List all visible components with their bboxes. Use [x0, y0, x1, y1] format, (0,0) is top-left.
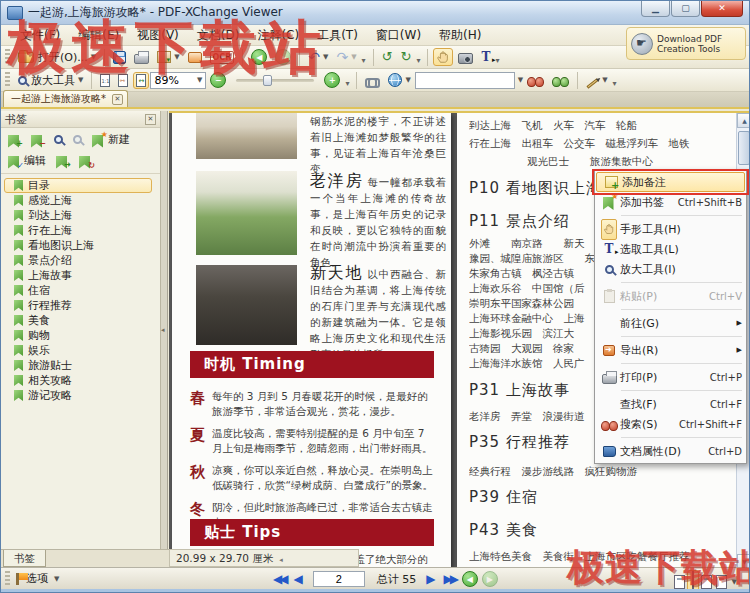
new-bookmark-button[interactable]: ★ 新建 — [89, 131, 133, 148]
bookmark-item[interactable]: 目录 — [4, 178, 152, 193]
maximize-button[interactable]: ▢ — [671, 1, 700, 17]
fit-width-button[interactable] — [133, 72, 149, 89]
link-tool-button[interactable] — [362, 73, 383, 88]
first-page-button[interactable]: ◀◀ — [273, 572, 285, 586]
menu-item-print[interactable]: 打印(P) Ctrl+P — [595, 367, 746, 387]
bookmark-item[interactable]: 景点介绍 — [4, 253, 157, 268]
fit-page-button[interactable] — [115, 72, 131, 89]
export-button[interactable]: ▼ — [154, 49, 182, 65]
delete-bookmark-button[interactable]: − — [28, 132, 47, 148]
toolbar-grip[interactable] — [5, 571, 10, 587]
bookmark-item[interactable]: 上海故事 — [4, 268, 157, 283]
menu-item-goto[interactable]: 前往(G) ▶ — [595, 313, 746, 333]
options-button[interactable]: 选项 — [26, 571, 48, 586]
zoom-slider[interactable] — [236, 79, 314, 82]
bookmark-item[interactable]: 到达上海 — [4, 208, 157, 223]
continuous-facing-icon[interactable] — [716, 575, 727, 589]
print-button[interactable] — [131, 49, 152, 66]
menu-item-document-properties[interactable]: 文档属性(D) Ctrl+D — [595, 441, 746, 461]
search-button[interactable] — [549, 72, 572, 88]
previous-page-button[interactable]: ◀ — [293, 572, 302, 586]
select-text-button[interactable]: T — [478, 48, 493, 66]
chevron-down-icon[interactable]: ▼ — [732, 578, 737, 586]
zoom-out-button[interactable]: − — [207, 70, 229, 90]
web-button[interactable]: ▼ — [385, 71, 413, 89]
actual-size-button[interactable] — [97, 72, 113, 89]
next-view-button[interactable]: ▶ — [482, 571, 498, 587]
menu-file[interactable]: 文件(F) — [11, 25, 69, 46]
bookmark-item[interactable]: 美食 — [4, 313, 157, 328]
menu-view[interactable]: 视图(V) — [128, 25, 188, 46]
current-page-input[interactable] — [313, 571, 365, 587]
single-page-icon[interactable] — [674, 575, 685, 589]
download-pdf-tools-button[interactable]: Download PDF Creation Tools — [626, 27, 746, 60]
find-button[interactable] — [524, 72, 547, 88]
zoom-level-combobox[interactable]: 89%▼ — [150, 72, 206, 89]
next-page-button[interactable]: ▶ — [426, 572, 435, 586]
bookmark-item[interactable]: 购物 — [4, 328, 157, 343]
open-button[interactable]: 打开(O)...▼ — [15, 48, 99, 67]
bookmark-zoom-out-button[interactable] — [70, 134, 85, 145]
menu-item-export[interactable]: 导出(R) ▶ — [595, 340, 746, 360]
bookmark-zoom-in-button[interactable] — [51, 134, 66, 145]
bookmark-item[interactable]: 相关攻略 — [4, 373, 157, 388]
collapse-arrow-icon[interactable]: ◂ — [279, 556, 283, 564]
redo-button[interactable]: ↷▼ — [333, 48, 359, 66]
zoom-tool-button[interactable]: 放大工具▼ — [15, 71, 86, 90]
bookmark-locate-button[interactable]: ↻ — [76, 153, 95, 169]
go-forward-button[interactable]: ▶ — [272, 47, 294, 67]
pdf-page-left[interactable]: 钢筋水泥的楼宇，不正讲述着旧上海滩如梦般繁华的往事，见证着上海百年沧桑巨变。 老… — [172, 113, 451, 567]
minimize-button[interactable]: ▁ — [641, 1, 670, 17]
snapshot-button[interactable] — [455, 49, 476, 66]
panel-close-icon[interactable]: ✕ — [145, 114, 156, 125]
last-page-button[interactable]: ▶▶ — [443, 572, 455, 586]
undo-button[interactable]: ↶▼ — [305, 48, 331, 66]
menu-tools[interactable]: 工具(T) — [308, 25, 367, 46]
rotate-ccw-button[interactable]: ↺ — [379, 48, 396, 66]
signature-button[interactable]: ▼ — [583, 74, 610, 87]
tab-close-icon[interactable]: ✕ — [112, 94, 123, 105]
add-bookmark-button[interactable]: + — [5, 132, 24, 148]
close-button[interactable]: ✕ — [701, 1, 743, 17]
bookmarks-bottom-tab[interactable]: 书签 — [3, 550, 46, 567]
send-mail-button[interactable] — [185, 50, 205, 65]
menu-edit[interactable]: 编辑(E) — [69, 25, 128, 46]
zoom-slider-thumb[interactable] — [263, 75, 272, 86]
menu-window[interactable]: 窗口(W) — [367, 25, 430, 46]
facing-pages-icon[interactable] — [701, 575, 712, 589]
menu-comments[interactable]: 注释(C) — [248, 25, 308, 46]
go-back-button[interactable]: ◀ — [248, 47, 270, 67]
ocr-button[interactable]: OCR — [207, 49, 238, 66]
document-tab[interactable]: 一起游上海旅游攻略* ✕ — [3, 90, 128, 107]
toolbar-overflow[interactable]: ▾ — [416, 56, 420, 65]
scroll-up-icon[interactable]: ▲ — [737, 113, 750, 128]
zoom-in-button[interactable]: + — [321, 70, 343, 90]
bookmark-item[interactable]: 行程推荐 — [4, 298, 157, 313]
menu-item-paste[interactable]: 粘贴(P) Ctrl+V — [595, 286, 746, 306]
menu-item-select-tool[interactable]: T 选取工具(L) — [595, 239, 746, 259]
bookmark-item[interactable]: 娱乐 — [4, 343, 157, 358]
toolbar-overflow[interactable]: ▾ — [495, 56, 499, 65]
menu-item-search[interactable]: 搜索(S) Ctrl+Shift+F — [595, 414, 746, 434]
bookmark-item[interactable]: 旅游贴士 — [4, 358, 157, 373]
menu-item-find[interactable]: 查找(F) Ctrl+F — [595, 394, 746, 414]
menu-item-hand-tool[interactable]: 手形工具(H) — [595, 219, 746, 239]
save-button[interactable] — [110, 49, 129, 66]
sidebar-splitter[interactable] — [161, 111, 168, 549]
toolbar-overflow[interactable]: ▾ — [345, 79, 349, 88]
find-input[interactable] — [415, 72, 515, 89]
toolbar-grip[interactable] — [5, 49, 10, 65]
bookmark-item[interactable]: 感觉上海 — [4, 193, 157, 208]
bookmark-item[interactable]: 行在上海 — [4, 223, 157, 238]
menu-help[interactable]: 帮助(H) — [430, 25, 490, 46]
scrollbar-thumb[interactable] — [738, 131, 750, 165]
chevron-down-icon[interactable]: ▼ — [54, 575, 59, 583]
menu-item-add-bookmark[interactable]: ★ 添加书签 Ctrl+Shift+B — [595, 192, 746, 212]
menu-item-zoom-tool[interactable]: 放大工具(I) — [595, 259, 746, 279]
bookmark-item[interactable]: 看地图识上海 — [4, 238, 157, 253]
bookmark-goto-button[interactable]: ➜ — [53, 153, 72, 169]
edit-bookmark-button[interactable]: ✓ 编辑 — [5, 152, 49, 169]
toolbar-overflow[interactable]: ▾ — [613, 79, 617, 88]
toolbar-overflow[interactable]: ▾ — [362, 56, 366, 65]
rotate-cw-button[interactable]: ↻ — [398, 48, 415, 66]
